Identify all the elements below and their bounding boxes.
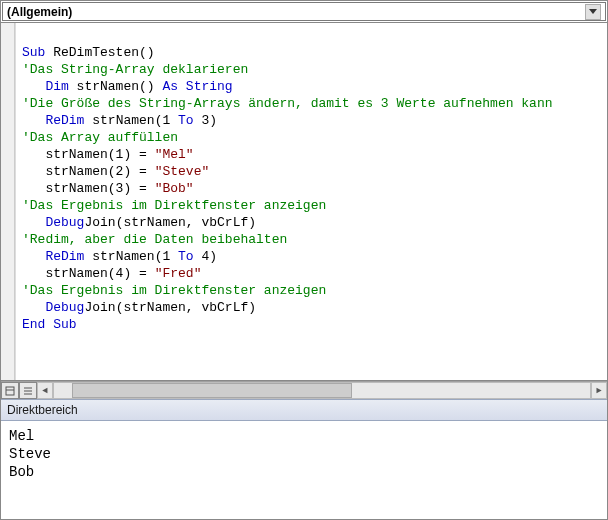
code-comment: 'Redim, aber die Daten beibehalten [22, 232, 287, 247]
code-keyword: As String [162, 79, 232, 94]
code-comment: 'Das Ergebnis im Direktfenster anzeigen [22, 283, 326, 298]
chevron-down-icon[interactable] [585, 4, 601, 20]
svg-rect-0 [6, 387, 14, 395]
code-text: Join [84, 215, 115, 230]
code-keyword: End Sub [22, 317, 77, 332]
code-text: (strNamen, vbCrLf) [116, 215, 256, 230]
code-text: strNamen() [69, 79, 163, 94]
immediate-output: Mel Steve Bob Fred [9, 428, 51, 520]
code-string: "Fred" [155, 266, 202, 281]
code-text: strNamen(1 [84, 249, 178, 264]
code-editor[interactable]: Sub ReDimTesten() 'Das String-Array dekl… [15, 23, 607, 380]
code-text: 4) [194, 249, 217, 264]
code-text: Join [84, 300, 115, 315]
code-text: 3) [194, 113, 217, 128]
immediate-window[interactable]: Mel Steve Bob Fred [1, 421, 607, 520]
scroll-right-icon[interactable]: ► [591, 382, 607, 399]
object-dropdown[interactable]: (Allgemein) [2, 2, 606, 21]
code-pane: Sub ReDimTesten() 'Das String-Array dekl… [1, 23, 607, 381]
code-keyword: To [178, 249, 194, 264]
code-text: (strNamen, vbCrLf) [116, 300, 256, 315]
code-comment: 'Das String-Array deklarieren [22, 62, 248, 77]
immediate-window-title: Direktbereich [1, 399, 607, 421]
code-object: Debug [45, 215, 84, 230]
scroll-left-icon[interactable]: ◄ [37, 382, 53, 399]
code-string: "Mel" [155, 147, 194, 162]
code-comment: 'Das Array auffüllen [22, 130, 178, 145]
code-keyword: To [178, 113, 194, 128]
object-dropdown-value: (Allgemein) [7, 5, 72, 19]
code-text: ReDimTesten() [45, 45, 154, 60]
code-text: strNamen(1 [84, 113, 178, 128]
code-text: strNamen(2) = [45, 164, 154, 179]
object-procedure-bar: (Allgemein) [1, 1, 607, 23]
code-text: strNamen(1) = [45, 147, 154, 162]
full-module-view-icon[interactable] [19, 382, 37, 399]
code-keyword: ReDim [45, 249, 84, 264]
margin-indicator-bar [1, 23, 15, 380]
code-object: Debug [45, 300, 84, 315]
code-string: "Bob" [155, 181, 194, 196]
view-scrollbar-row: ◄ ► [1, 381, 607, 399]
code-comment: 'Das Ergebnis im Direktfenster anzeigen [22, 198, 326, 213]
code-keyword: Dim [45, 79, 68, 94]
code-string: "Steve" [155, 164, 210, 179]
scroll-thumb[interactable] [72, 383, 352, 398]
code-text: strNamen(4) = [45, 266, 154, 281]
code-text: strNamen(3) = [45, 181, 154, 196]
code-keyword: Sub [22, 45, 45, 60]
horizontal-scrollbar[interactable] [53, 382, 591, 399]
code-comment: 'Die Größe des String-Arrays ändern, dam… [22, 96, 553, 111]
procedure-view-icon[interactable] [1, 382, 19, 399]
code-keyword: ReDim [45, 113, 84, 128]
